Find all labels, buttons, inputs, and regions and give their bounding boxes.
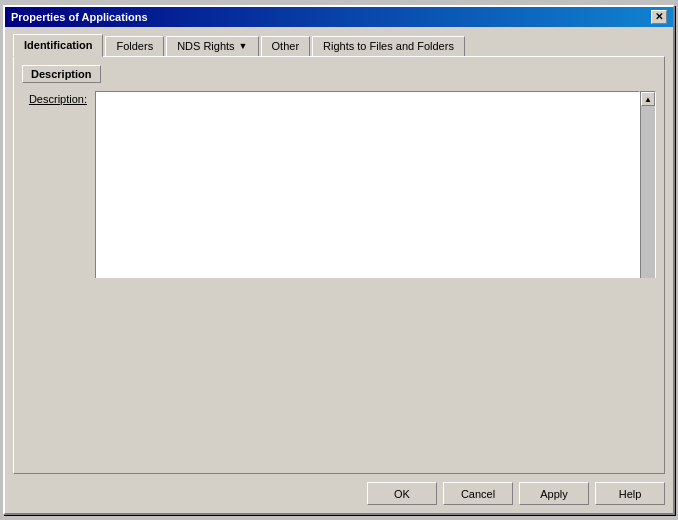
close-button[interactable]: ✕: [651, 10, 667, 24]
apply-button[interactable]: Apply: [519, 482, 589, 505]
properties-dialog: Properties of Applications ✕ Identificat…: [3, 5, 675, 515]
tab-folders[interactable]: Folders: [105, 36, 164, 57]
tab-content: Description Description: ▲ ▼: [13, 56, 665, 474]
window-title: Properties of Applications: [11, 11, 148, 23]
ok-button[interactable]: OK: [367, 482, 437, 505]
tab-rights-files[interactable]: Rights to Files and Folders: [312, 36, 465, 57]
subtab-description[interactable]: Description: [22, 65, 101, 83]
scroll-track[interactable]: [641, 106, 655, 278]
tab-bar: Identification Folders NDS Rights ▼ Othe…: [13, 33, 665, 56]
button-bar: OK Cancel Apply Help: [13, 474, 665, 505]
description-scrollbar: ▲ ▼: [640, 91, 656, 278]
dropdown-arrow-icon: ▼: [239, 41, 248, 51]
window-body: Identification Folders NDS Rights ▼ Othe…: [5, 27, 673, 513]
description-input[interactable]: [95, 91, 640, 278]
tab-identification[interactable]: Identification: [13, 34, 103, 57]
description-textarea-container: ▲ ▼: [95, 91, 656, 278]
cancel-button[interactable]: Cancel: [443, 482, 513, 505]
tab-nds-rights[interactable]: NDS Rights ▼: [166, 36, 258, 57]
help-button[interactable]: Help: [595, 482, 665, 505]
tab-other[interactable]: Other: [261, 36, 311, 57]
subtab-bar: Description: [22, 65, 656, 83]
content-spacer: [22, 278, 656, 465]
description-label: Description:: [22, 91, 87, 105]
scroll-up-button[interactable]: ▲: [641, 92, 655, 106]
description-field-row: Description: ▲ ▼: [22, 91, 656, 278]
title-bar: Properties of Applications ✕: [5, 7, 673, 27]
